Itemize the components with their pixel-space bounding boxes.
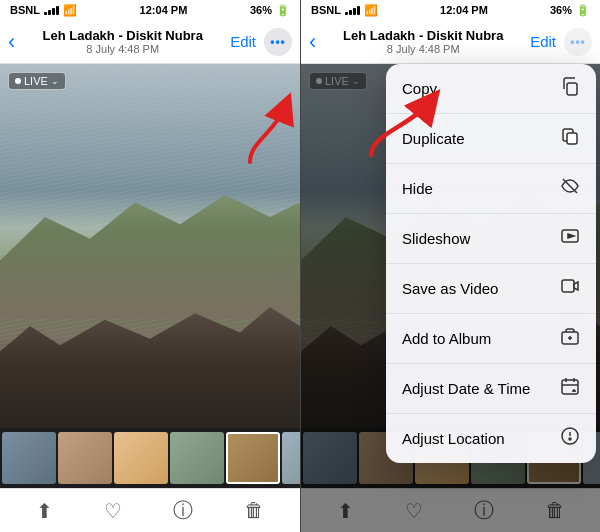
live-label-left: LIVE	[24, 75, 48, 87]
duplicate-icon	[560, 126, 580, 151]
menu-item-add-album[interactable]: Add to Album	[386, 314, 596, 364]
live-chevron-right: ⌄	[352, 76, 360, 86]
info-icon-left[interactable]: ⓘ	[173, 497, 193, 524]
edit-button-right[interactable]: Edit	[530, 33, 556, 50]
menu-item-adjust-location[interactable]: Adjust Location	[386, 414, 596, 463]
context-menu: Copy Duplicate Hide	[386, 64, 596, 463]
edit-button-left[interactable]: Edit	[230, 33, 256, 50]
back-chevron-left: ‹	[8, 29, 15, 55]
thumb-0-left[interactable]	[2, 432, 56, 484]
menu-item-slideshow[interactable]: Slideshow	[386, 214, 596, 264]
status-left-right: BSNL 📶	[311, 4, 378, 17]
thumb-3-left[interactable]	[170, 432, 224, 484]
save-video-icon	[560, 276, 580, 301]
live-dot-left	[15, 78, 21, 84]
status-right-left: 36% 🔋	[250, 4, 290, 17]
heart-icon-left[interactable]: ♡	[104, 499, 122, 523]
wifi-left: 📶	[63, 4, 77, 17]
live-label-right: LIVE	[325, 75, 349, 87]
wifi-right: 📶	[364, 4, 378, 17]
thumb-2-left[interactable]	[114, 432, 168, 484]
nav-title-main-right: Leh Ladakh - Diskit Nubra	[316, 28, 530, 43]
status-left: BSNL 📶	[10, 4, 77, 17]
trash-icon-left[interactable]: 🗑	[244, 499, 264, 522]
nav-subtitle-right: 8 July 4:48 PM	[316, 43, 530, 55]
bar1r	[345, 12, 348, 15]
thumb-5-left[interactable]	[282, 432, 300, 484]
status-bar-left: BSNL 📶 12:04 PM 36% 🔋	[0, 0, 300, 20]
menu-save-video-label: Save as Video	[402, 280, 552, 297]
menu-hide-label: Hide	[402, 180, 552, 197]
svg-rect-6	[562, 280, 574, 292]
slideshow-icon	[560, 226, 580, 251]
back-chevron-right: ‹	[309, 29, 316, 55]
bar3	[52, 8, 55, 15]
svg-marker-5	[568, 234, 574, 238]
photo-bg-left	[0, 64, 300, 428]
signal-bars-left	[44, 6, 59, 15]
live-badge-left[interactable]: LIVE ⌄	[8, 72, 66, 90]
nav-right-right: Edit •••	[530, 28, 592, 56]
battery-pct-left: 36%	[250, 4, 272, 16]
time-left: 12:04 PM	[140, 4, 188, 16]
more-button-right[interactable]: •••	[564, 28, 592, 56]
carrier-right: BSNL	[311, 4, 341, 16]
trash-icon-right[interactable]: 🗑	[545, 499, 565, 522]
carrier-left: BSNL	[10, 4, 40, 16]
nav-back-right[interactable]: ‹	[309, 29, 316, 55]
menu-adjust-date-label: Adjust Date & Time	[402, 380, 552, 397]
signal-bars-right	[345, 6, 360, 15]
hide-icon	[560, 176, 580, 201]
thumb-0-right[interactable]	[303, 432, 357, 484]
svg-rect-2	[567, 133, 577, 144]
left-phone: BSNL 📶 12:04 PM 36% 🔋 ‹ Leh Ladakh - Dis…	[0, 0, 300, 532]
status-right-right: 36% 🔋	[550, 4, 590, 17]
battery-pct-right: 36%	[550, 4, 572, 16]
right-phone: BSNL 📶 12:04 PM 36% 🔋 ‹ Leh Ladakh - Dis…	[301, 0, 600, 532]
thumb-4-left[interactable]	[226, 432, 280, 484]
bar4r	[357, 6, 360, 15]
share-icon-right[interactable]: ⬆	[337, 499, 354, 523]
bar1	[44, 12, 47, 15]
add-album-icon	[560, 326, 580, 351]
more-dots-icon-right: •••	[570, 35, 586, 49]
menu-item-duplicate[interactable]: Duplicate	[386, 114, 596, 164]
copy-icon	[560, 76, 580, 101]
menu-adjust-location-label: Adjust Location	[402, 430, 552, 447]
nav-bar-left: ‹ Leh Ladakh - Diskit Nubra 8 July 4:48 …	[0, 20, 300, 64]
bottom-toolbar-left: ⬆ ♡ ⓘ 🗑	[0, 488, 300, 532]
photo-area-left: LIVE ⌄	[0, 64, 300, 428]
menu-item-adjust-date[interactable]: Adjust Date & Time	[386, 364, 596, 414]
bar4	[56, 6, 59, 15]
bar2	[48, 10, 51, 15]
svg-rect-0	[567, 83, 577, 95]
nav-right-left: Edit •••	[230, 28, 292, 56]
nav-title-main-left: Leh Ladakh - Diskit Nubra	[15, 28, 230, 43]
svg-rect-10	[562, 380, 578, 394]
menu-item-save-video[interactable]: Save as Video	[386, 264, 596, 314]
adjust-date-icon	[560, 376, 580, 401]
more-button-left[interactable]: •••	[264, 28, 292, 56]
nav-title-left: Leh Ladakh - Diskit Nubra 8 July 4:48 PM	[15, 28, 230, 55]
menu-item-hide[interactable]: Hide	[386, 164, 596, 214]
live-badge-right[interactable]: LIVE ⌄	[309, 72, 367, 90]
menu-add-album-label: Add to Album	[402, 330, 552, 347]
thumb-strip-left	[0, 428, 300, 488]
more-dots-icon-left: •••	[270, 35, 286, 49]
nav-back-left[interactable]: ‹	[8, 29, 15, 55]
nav-bar-right: ‹ Leh Ladakh - Diskit Nubra 8 July 4:48 …	[301, 20, 600, 64]
bar3r	[353, 8, 356, 15]
menu-copy-label: Copy	[402, 80, 552, 97]
live-dot-right	[316, 78, 322, 84]
menu-slideshow-label: Slideshow	[402, 230, 552, 247]
heart-icon-right[interactable]: ♡	[405, 499, 423, 523]
status-bar-right: BSNL 📶 12:04 PM 36% 🔋	[301, 0, 600, 20]
battery-icon-right: 🔋	[576, 4, 590, 17]
info-icon-right[interactable]: ⓘ	[474, 497, 494, 524]
time-right: 12:04 PM	[440, 4, 488, 16]
share-icon-left[interactable]: ⬆	[36, 499, 53, 523]
menu-item-copy[interactable]: Copy	[386, 64, 596, 114]
nav-title-right: Leh Ladakh - Diskit Nubra 8 July 4:48 PM	[316, 28, 530, 55]
battery-icon-left: 🔋	[276, 4, 290, 17]
thumb-1-left[interactable]	[58, 432, 112, 484]
